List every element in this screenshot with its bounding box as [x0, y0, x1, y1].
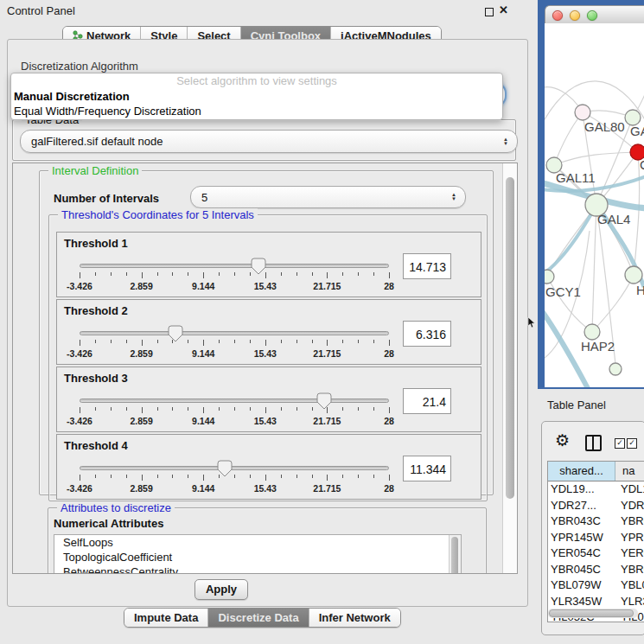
column-header-name[interactable]: na: [615, 462, 644, 481]
threshold-1-slider[interactable]: -3.4262.8599.14415.4321.71528: [80, 257, 389, 295]
threshold-2-slider[interactable]: -3.4262.8599.14415.4321.71528: [80, 324, 389, 362]
algorithm-dropdown-popup: Select algorithm to view settings Manual…: [10, 73, 503, 120]
node-bottom-partial[interactable]: [609, 363, 622, 375]
slider-track[interactable]: [80, 399, 389, 403]
close-icon[interactable]: ✕: [499, 3, 508, 16]
slider-ticks: [80, 475, 389, 481]
table-horizontal-scrollbar-thumb[interactable]: [549, 609, 634, 617]
table-row[interactable]: YER054C YER0: [548, 545, 644, 562]
tab-discretize-data[interactable]: Discretize Data: [207, 609, 308, 627]
threshold-1-panel: Threshold 1 -3.4262.8599.14415.4321.7152…: [56, 232, 481, 297]
thresholds-group: Threshold's Coordinates for 5 Intervals …: [48, 214, 488, 501]
list-item[interactable]: TopologicalCoefficient: [54, 550, 461, 564]
node-label: GAL80: [584, 119, 625, 134]
checkbox-icon[interactable]: ✓: [615, 438, 625, 449]
list-item[interactable]: BetweennessCentrality: [54, 564, 461, 574]
slider-track[interactable]: [80, 264, 389, 268]
node-label: C: [640, 157, 644, 172]
threshold-3-value-field[interactable]: 21.4: [403, 388, 451, 414]
content-scrollbar-thumb[interactable]: [506, 177, 514, 499]
content-scrollbar[interactable]: [502, 163, 518, 573]
threshold-4-slider[interactable]: -3.4262.8599.14415.4321.71528: [80, 459, 389, 497]
number-of-intervals-label: Number of Intervals: [54, 192, 159, 205]
node-label: GAL4: [597, 212, 630, 226]
column-header-shared-name[interactable]: shared...: [548, 462, 615, 481]
slider-track[interactable]: [80, 466, 389, 470]
threshold-3-panel: Threshold 3 -3.4262.8599.14415.4321.7152…: [56, 367, 481, 432]
table-row[interactable]: YLR345W YLR3: [548, 594, 644, 610]
slider-ticks: [80, 407, 389, 414]
thresholds-group-title: Threshold's Coordinates for 5 Intervals: [58, 208, 258, 221]
combo-stepper-icon: ▲▼: [451, 193, 456, 201]
node-label: GA: [630, 124, 644, 138]
node-h-partial[interactable]: [625, 266, 642, 284]
table-row[interactable]: YDL19... YDL1: [548, 481, 644, 498]
checkbox-icon[interactable]: ✓: [627, 438, 637, 449]
float-window-icon[interactable]: [485, 8, 494, 16]
cyni-mode-tabs: Impute Data Discretize Data Infer Networ…: [124, 608, 401, 628]
table-data-group: Table Data galFiltered.sif default node …: [12, 119, 516, 161]
node-gcy1[interactable]: [545, 270, 554, 284]
table-row[interactable]: YBR045C YBR0: [548, 562, 644, 578]
network-window-titlebar[interactable]: [545, 5, 644, 24]
slider-ticks: [80, 272, 389, 279]
tab-infer-network[interactable]: Infer Network: [309, 609, 400, 627]
attributes-group-title: Attributes to discretize: [57, 501, 175, 514]
node-hap2[interactable]: [584, 324, 600, 340]
list-scrollbar-thumb[interactable]: [451, 537, 458, 574]
table-horizontal-scrollbar[interactable]: [548, 609, 638, 618]
table-row[interactable]: YBL079W YBL0: [548, 577, 644, 594]
number-of-intervals-combobox[interactable]: 5 ▲▼: [190, 186, 466, 208]
settings-scroll-area: Interval Definition Number of Intervals …: [12, 163, 518, 574]
panel-title: Control Panel: [7, 4, 75, 17]
zoom-traffic-light-icon[interactable]: [587, 10, 597, 21]
node-table: shared... na YDL19... YDL1 YDR27... YDR2…: [547, 461, 644, 622]
table-panel: ⚙ ✓ ✓ shared... na YDL19... YDL1 YDR27..…: [541, 421, 644, 635]
interval-definition-title: Interval Definition: [48, 164, 142, 177]
slider-tick-labels: -3.4262.8599.14415.4321.71528: [80, 348, 389, 359]
threshold-4-panel: Threshold 4 -3.4262.8599.14415.4321.7152…: [56, 434, 481, 500]
network-canvas[interactable]: GAL80 GA C GAL11 GAL4 GCY1 H HAP2: [545, 23, 644, 387]
combo-stepper-icon: ▲▼: [503, 137, 508, 146]
slider-tick-labels: -3.4262.8599.14415.4321.71528: [80, 281, 389, 291]
columns-icon[interactable]: [585, 435, 602, 451]
node-label: HAP2: [581, 339, 615, 354]
tab-impute-data[interactable]: Impute Data: [124, 609, 207, 627]
app-root: Control Panel ✕ Network Style Select Cyn…: [0, 0, 644, 644]
threshold-1-value-field[interactable]: 14.713: [403, 253, 451, 279]
slider-tick-labels: -3.4262.8599.14415.4321.71528: [80, 483, 389, 494]
table-row[interactable]: YBR043C YBR0: [548, 513, 644, 530]
node-gal80[interactable]: [575, 105, 590, 120]
threshold-2-value-field[interactable]: 6.316: [403, 321, 451, 347]
slider-tick-labels: -3.4262.8599.14415.4321.71528: [80, 416, 389, 426]
node-label: H: [636, 283, 644, 297]
table-row[interactable]: YPR145W YPR1: [548, 530, 644, 546]
node-label: GCY1: [545, 284, 581, 299]
numerical-attributes-list: SelfLoops TopologicalCoefficient Between…: [54, 534, 462, 574]
apply-button[interactable]: Apply: [194, 579, 248, 600]
algorithm-option-manual[interactable]: Manual Discretization: [11, 89, 502, 104]
table-data-combobox[interactable]: galFiltered.sif default node ▲▼: [20, 130, 518, 153]
table-panel-title: Table Panel: [547, 399, 606, 411]
mouse-cursor: [527, 316, 536, 328]
table-header-row: shared... na: [548, 462, 644, 481]
gear-icon[interactable]: ⚙: [555, 430, 570, 450]
close-traffic-light-icon[interactable]: [552, 10, 563, 21]
algorithm-option-equal-width[interactable]: Equal Width/Frequency Discretization: [11, 104, 502, 118]
threshold-2-panel: Threshold 2 -3.4262.8599.14415.4321.7152…: [56, 299, 481, 365]
list-item[interactable]: SelfLoops: [54, 535, 461, 550]
interval-definition-group: Interval Definition Number of Intervals …: [39, 170, 494, 495]
list-scrollbar[interactable]: [449, 535, 461, 574]
threshold-3-slider[interactable]: -3.4262.8599.14415.4321.71528: [80, 392, 389, 430]
slider-track[interactable]: [80, 331, 389, 335]
discretization-algorithm-group-title: Discretization Algorithm: [21, 60, 138, 73]
attributes-group: Attributes to discretize Numerical Attri…: [48, 507, 487, 574]
table-row[interactable]: YDR27... YDR2: [548, 498, 644, 514]
numerical-attributes-label: Numerical Attributes: [54, 517, 163, 530]
node-label: GAL11: [556, 170, 596, 185]
minimize-traffic-light-icon[interactable]: [570, 10, 580, 21]
threshold-4-value-field[interactable]: 11.344: [403, 456, 451, 481]
algorithm-placeholder: Select algorithm to view settings: [11, 73, 502, 89]
slider-ticks: [80, 340, 389, 347]
